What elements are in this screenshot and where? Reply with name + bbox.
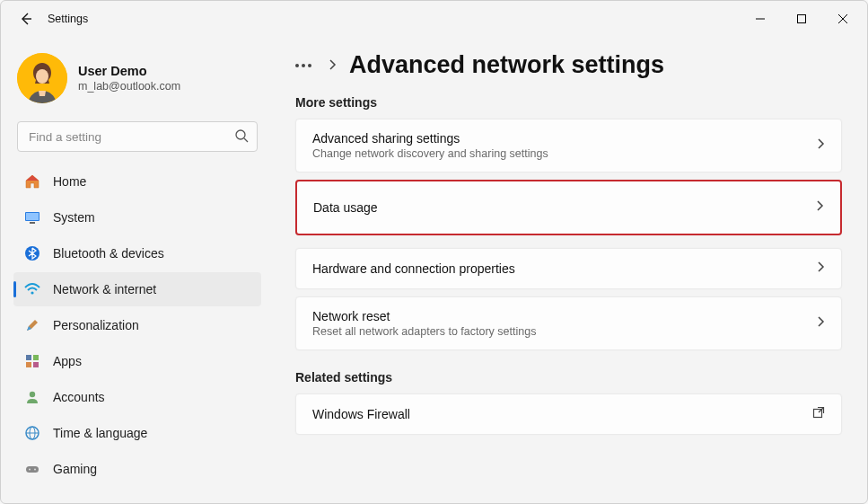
globe-clock-icon	[24, 425, 40, 441]
card-title: Hardware and connection properties	[312, 261, 816, 276]
avatar	[17, 53, 67, 103]
back-button[interactable]	[13, 6, 39, 31]
sidebar-item-accounts[interactable]: Accounts	[13, 380, 261, 414]
svg-rect-16	[33, 362, 39, 367]
sidebar-item-label: Home	[53, 174, 86, 189]
sidebar-item-personalization[interactable]: Personalization	[13, 308, 261, 342]
maximize-button[interactable]	[781, 4, 822, 33]
search-icon	[234, 128, 249, 146]
chevron-right-icon	[816, 261, 825, 277]
minimize-button[interactable]	[740, 4, 781, 33]
home-icon	[24, 173, 40, 190]
search-input[interactable]	[17, 121, 258, 152]
svg-point-5	[36, 69, 48, 84]
window-controls	[740, 4, 864, 33]
card-title: Windows Firewall	[312, 407, 812, 421]
sidebar-item-network[interactable]: Network & internet	[13, 272, 261, 306]
svg-point-12	[31, 291, 33, 294]
breadcrumb-overflow-button[interactable]	[295, 64, 315, 67]
card-subtitle: Change network discovery and sharing set…	[312, 147, 816, 160]
svg-rect-21	[26, 466, 39, 473]
svg-rect-14	[33, 355, 39, 360]
svg-rect-1	[798, 15, 806, 23]
maximize-icon	[797, 14, 806, 23]
bluetooth-icon	[24, 245, 40, 261]
sidebar-item-label: Apps	[53, 354, 82, 368]
card-network-reset[interactable]: Network reset Reset all network adapters…	[295, 296, 842, 350]
close-icon	[838, 14, 847, 23]
paintbrush-icon	[24, 317, 40, 333]
sidebar-item-system[interactable]: System	[13, 200, 261, 234]
arrow-left-icon	[19, 12, 33, 26]
titlebar: Settings	[1, 1, 867, 37]
card-subtitle: Reset all network adapters to factory se…	[312, 325, 816, 338]
svg-point-17	[30, 392, 35, 397]
window-title: Settings	[48, 13, 88, 25]
card-title: Network reset	[312, 309, 816, 323]
svg-rect-10	[30, 222, 35, 224]
card-hardware-connection[interactable]: Hardware and connection properties	[295, 248, 842, 289]
gamepad-icon	[24, 461, 40, 477]
svg-rect-13	[26, 355, 31, 360]
chevron-right-icon	[815, 199, 824, 216]
section-heading-related: Related settings	[295, 370, 842, 385]
sidebar-item-label: Accounts	[53, 390, 105, 404]
sidebar-item-time-language[interactable]: Time & language	[13, 416, 261, 450]
sidebar-item-label: System	[53, 210, 95, 225]
search-wrap	[17, 121, 258, 152]
svg-line-25	[819, 408, 824, 413]
avatar-illustration-icon	[17, 53, 67, 103]
card-title: Data usage	[313, 200, 815, 215]
card-advanced-sharing[interactable]: Advanced sharing settings Change network…	[295, 119, 842, 172]
nav-list: Home System Bluetooth & devices Network …	[13, 164, 261, 486]
system-icon	[24, 209, 40, 225]
sidebar-item-label: Network & internet	[53, 282, 156, 296]
chevron-right-icon	[816, 315, 825, 332]
svg-point-23	[34, 469, 36, 471]
apps-icon	[24, 353, 40, 369]
chevron-right-icon	[328, 58, 337, 73]
svg-point-6	[236, 130, 245, 139]
profile-block[interactable]: User Demo m_lab@outlook.com	[13, 48, 261, 118]
profile-email: m_lab@outlook.com	[78, 80, 180, 93]
settings-window: Settings User Demo	[0, 0, 868, 504]
card-title: Advanced sharing settings	[312, 131, 816, 146]
card-data-usage[interactable]: Data usage	[295, 180, 842, 235]
wifi-icon	[24, 281, 40, 297]
main-content: Advanced network settings More settings …	[270, 37, 867, 503]
person-icon	[24, 389, 40, 405]
sidebar-item-label: Bluetooth & devices	[53, 246, 164, 261]
close-button[interactable]	[822, 4, 864, 33]
sidebar-item-bluetooth[interactable]: Bluetooth & devices	[13, 236, 261, 270]
profile-name: User Demo	[78, 64, 180, 78]
sidebar-item-apps[interactable]: Apps	[13, 344, 261, 378]
svg-line-7	[244, 138, 248, 142]
breadcrumb: Advanced network settings	[295, 51, 842, 79]
svg-rect-9	[26, 213, 39, 220]
sidebar: User Demo m_lab@outlook.com Home System	[1, 37, 270, 503]
sidebar-item-gaming[interactable]: Gaming	[13, 452, 261, 486]
sidebar-item-home[interactable]: Home	[13, 164, 261, 199]
svg-rect-15	[26, 362, 31, 367]
open-external-icon	[812, 406, 825, 422]
svg-point-22	[29, 469, 31, 471]
page-title: Advanced network settings	[349, 51, 664, 79]
sidebar-item-label: Gaming	[53, 462, 97, 476]
minimize-icon	[756, 14, 765, 23]
sidebar-item-label: Time & language	[53, 426, 147, 440]
chevron-right-icon	[816, 137, 825, 154]
card-windows-firewall[interactable]: Windows Firewall	[295, 393, 842, 435]
section-heading-more: More settings	[295, 95, 842, 110]
sidebar-item-label: Personalization	[53, 318, 139, 332]
